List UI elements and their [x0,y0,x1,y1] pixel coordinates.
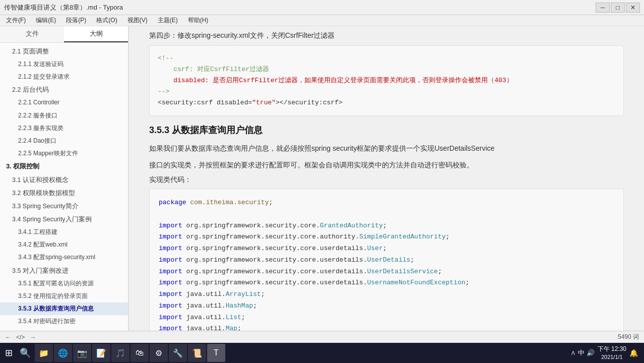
step-header: 第四步：修改spring-security.xml文件，关闭CsrfFilter… [149,31,624,40]
bottom-bar: ← </> → 5490 词 [0,331,644,343]
taskbar-time-text: 下午 12:30 [598,345,626,353]
taskbar-script[interactable]: 📜 [188,344,206,362]
paragraph-2: 接口的实现类，并按照框架的要求进行配置即可。框架会自动调用实现类中的方法并自动进… [149,159,624,171]
code-line-5: <security:csrf disabled="true"></securit… [158,97,615,108]
java-line-import-6: import org.springframework.security.core… [159,277,614,289]
main-layout: 文件 大纲 2.1 页面调整 2.1.1 发送验证码 2.1.2 提交登录请求 … [0,26,644,331]
title-bar: 传智健康项目讲义（第8章）.md - Typora ─ □ ✕ [0,0,644,15]
code-block-xml: <!-- csrf: 对应CsrfFilter过滤器 disabled: 是否启… [149,45,624,116]
maximize-button[interactable]: □ [611,3,625,13]
sidebar-item-2-1-1[interactable]: 2.1.1 发送验证码 [0,58,128,71]
close-button[interactable]: ✕ [626,3,640,13]
sidebar-item-3-5-2[interactable]: 3.5.2 使用指定的登录页面 [0,290,128,302]
taskbar-edge[interactable]: 🌐 [54,344,72,362]
sidebar-item-3-4[interactable]: 3.4 Spring Security入门案例 [0,213,128,226]
word-count: 5490 词 [618,333,639,341]
taskbar-typora[interactable]: T [207,344,225,362]
menu-file[interactable]: 文件(F) [2,15,30,26]
sidebar-item-3[interactable]: 3. 权限控制 [0,160,128,173]
content-scroll-area[interactable]: 第四步：修改spring-security.xml文件，关闭CsrfFilter… [129,26,644,331]
tab-file[interactable]: 文件 [0,26,64,42]
sidebar-item-3-1[interactable]: 3.1 认证和授权概念 [0,173,128,187]
java-line-import-5: import org.springframework.security.core… [159,266,614,278]
paragraph-1: 如果我们要从数据库动态查询用户信息，就必须按照spring security框架… [149,142,624,155]
section-label: 实现类代码： [149,175,624,185]
menu-edit[interactable]: 编辑(E) [32,15,60,26]
taskbar-tools[interactable]: 🔧 [169,344,187,362]
code-block-java: package com.itheima.security; import org… [149,189,624,331]
content: 第四步：修改spring-security.xml文件，关闭CsrfFilter… [129,26,644,331]
content-wrapper: 第四步：修改spring-security.xml文件，关闭CsrfFilter… [129,26,644,331]
tab-outline[interactable]: 大纲 [64,26,128,42]
sidebar-item-3-4-3[interactable]: 3.4.3 配置spring-security.xml [0,251,128,264]
code-line-1: <!-- [158,53,615,64]
sidebar-item-2-1-2[interactable]: 2.1.2 提交登录请求 [0,71,128,83]
menu-bar: 文件(F) 编辑(E) 段落(P) 格式(O) 视图(V) 主题(E) 帮助(H… [0,15,644,26]
notification-icon[interactable]: 🔔 [629,349,638,357]
sidebar: 文件 大纲 2.1 页面调整 2.1.1 发送验证码 2.1.2 提交登录请求 … [0,26,128,331]
sidebar-item-3-5-4[interactable]: 3.5.4 对密码进行加密 [0,315,128,328]
sidebar-item-3-3[interactable]: 3.3 Spring Security简介 [0,200,128,213]
sidebar-item-3-2[interactable]: 3.2 权限模块数据模型 [0,187,128,200]
bottom-right: 5490 词 [618,333,639,341]
sidebar-item-2-2-1[interactable]: 2.2.1 Controller [0,96,128,109]
taskbar-date-text: 2021/1/1 [598,353,626,361]
taskbar-explorer[interactable]: 📁 [35,344,53,362]
sidebar-item-3-4-2[interactable]: 3.4.2 配置web.xml [0,238,128,251]
sidebar-item-2-2-4[interactable]: 2.2.4 Dao接口 [0,135,128,147]
sidebar-item-2-2-5[interactable]: 2.2.5 Mapper映射文件 [0,147,128,160]
java-line-import-7: import java.util.ArrayList; [159,289,614,300]
sidebar-item-3-5-1[interactable]: 3.5.1 配置可匿名访问的资源 [0,277,128,290]
taskbar-media[interactable]: 🎵 [111,344,130,362]
sidebar-item-3-5-3[interactable]: 3.5.3 从数据库查询用户信息 [0,302,128,315]
sidebar-item-3-4-1[interactable]: 3.4.1 工程搭建 [0,226,128,238]
menu-theme[interactable]: 主题(E) [154,15,182,26]
java-line-package: package com.itheima.security; [159,197,614,209]
bottom-left: ← </> → [5,334,36,341]
menu-format[interactable]: 格式(O) [92,15,121,26]
code-line-2: csrf: 对应CsrfFilter过滤器 [158,64,615,75]
taskbar-notepad[interactable]: 📝 [92,344,110,362]
taskbar-settings[interactable]: ⚙ [150,344,168,362]
taskbar: ⊞ 🔍 📁 🌐 📷 📝 🎵 🛍 ⚙ 🔧 📜 T ∧ 中 🔊 下午 12:30 2… [0,343,644,363]
menu-view[interactable]: 视图(V) [123,15,152,26]
code-line-3: disabled: 是否启用CsrfFilter过滤器，如果使用自定义登录页面需… [158,75,615,86]
code-view-icon[interactable]: </> [16,334,25,341]
window-title: 传智健康项目讲义（第8章）.md - Typora [4,3,123,12]
taskbar-right: ∧ 中 🔊 下午 12:30 2021/1/1 🔔 [566,345,642,361]
java-line-import-10: import java.util.Map; [159,323,614,331]
sidebar-item-2-2-3[interactable]: 2.2.3 服务实现类 [0,122,128,135]
search-button[interactable]: 🔍 [17,344,34,362]
sidebar-item-2-1[interactable]: 2.1 页面调整 [0,45,128,58]
sidebar-tabs: 文件 大纲 [0,26,128,43]
taskbar-photos[interactable]: 📷 [73,344,91,362]
java-line-import-8: import java.util.HashMap; [159,300,614,312]
section-heading: 3.5.3 从数据库查询用户信息 [149,124,624,137]
system-icons: ∧ 中 🔊 [570,348,594,357]
sidebar-item-3-5[interactable]: 3.5 对入门案例改进 [0,264,128,277]
menu-help[interactable]: 帮助(H) [184,15,213,26]
java-line-import-9: import java.util.List; [159,312,614,324]
java-line-import-4: import org.springframework.security.core… [159,255,614,266]
java-line-import-3: import org.springframework.security.core… [159,243,614,255]
java-line-import-2: import org.springframework.security.core… [159,231,614,243]
taskbar-clock: 下午 12:30 2021/1/1 [598,345,626,361]
java-line-import-1: import org.springframework.security.core… [159,220,614,232]
nav-back-icon[interactable]: ← [5,334,11,341]
taskbar-store[interactable]: 🛍 [131,344,149,362]
code-line-4: --> [158,86,615,97]
window-controls: ─ □ ✕ [596,3,640,13]
nav-forward-icon[interactable]: → [30,334,36,341]
menu-paragraph[interactable]: 段落(P) [62,15,90,26]
sidebar-item-2-2[interactable]: 2.2 后台代码 [0,83,128,96]
start-button[interactable]: ⊞ [2,344,16,362]
sidebar-content[interactable]: 2.1 页面调整 2.1.1 发送验证码 2.1.2 提交登录请求 2.2 后台… [0,43,128,331]
sidebar-item-2-2-2[interactable]: 2.2.2 服务接口 [0,109,128,122]
minimize-button[interactable]: ─ [596,3,610,13]
